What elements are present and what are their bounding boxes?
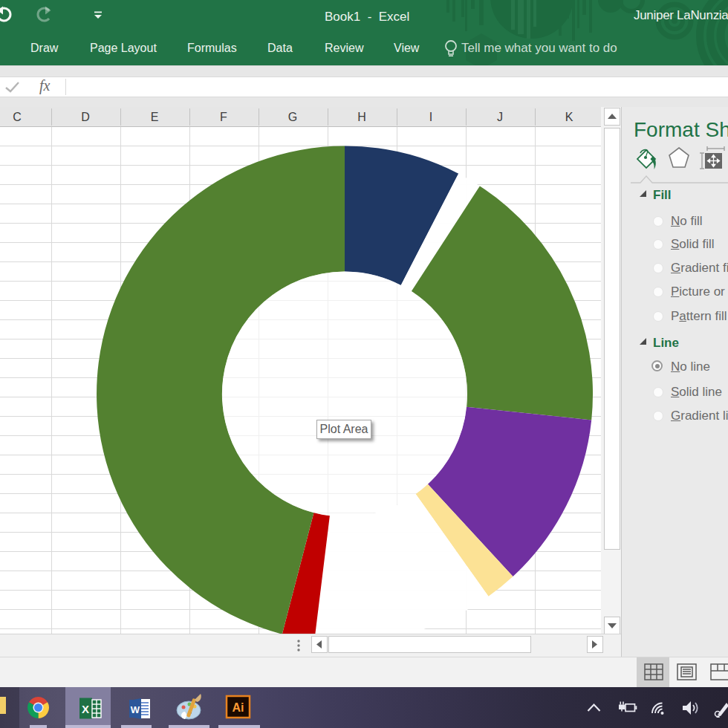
svg-text:X: X (82, 703, 89, 715)
svg-text:Ai: Ai (233, 701, 244, 714)
svg-text:W: W (131, 704, 140, 715)
